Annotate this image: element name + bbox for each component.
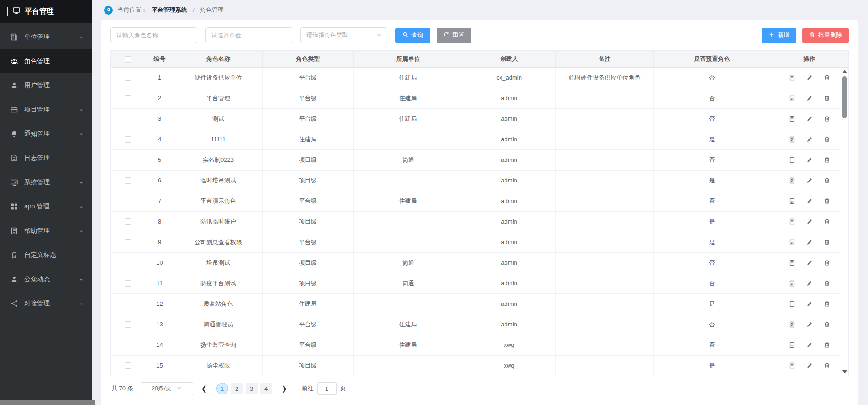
delete-button[interactable] xyxy=(818,74,836,81)
delete-button[interactable] xyxy=(818,135,836,143)
cell-unit: 住建局 xyxy=(353,314,463,335)
row-checkbox[interactable] xyxy=(125,136,131,143)
delete-button[interactable] xyxy=(818,156,836,163)
role-type-select[interactable]: 请选择角色类型 xyxy=(300,27,387,43)
view-button[interactable] xyxy=(784,279,801,287)
cell-role-name: 平台演示角色 xyxy=(174,191,262,211)
edit-button[interactable] xyxy=(801,94,818,101)
prev-page-button[interactable]: ❮ xyxy=(198,382,210,395)
reset-button[interactable]: 重置 xyxy=(437,28,471,43)
page-button-2[interactable]: 2 xyxy=(231,383,243,394)
delete-button[interactable] xyxy=(818,300,836,307)
view-button[interactable] xyxy=(784,259,801,266)
page-button-3[interactable]: 3 xyxy=(246,383,258,394)
goto-page-input[interactable] xyxy=(317,382,337,395)
row-checkbox[interactable] xyxy=(125,342,131,348)
row-checkbox[interactable] xyxy=(125,177,131,184)
users-icon xyxy=(10,57,18,65)
delete-button[interactable] xyxy=(818,218,836,225)
sidebar-item-project-mgmt[interactable]: 项目管理 xyxy=(0,97,92,122)
edit-button[interactable] xyxy=(801,176,818,184)
edit-button[interactable] xyxy=(801,197,818,204)
sidebar-item-help-mgmt[interactable]: 帮助管理 xyxy=(0,218,92,243)
view-button[interactable] xyxy=(784,135,801,143)
vertical-scrollbar[interactable] xyxy=(841,68,848,376)
delete-button[interactable] xyxy=(818,362,836,369)
row-checkbox[interactable] xyxy=(125,95,131,101)
view-button[interactable] xyxy=(784,320,801,328)
view-button[interactable] xyxy=(784,176,801,184)
view-button[interactable] xyxy=(784,94,801,101)
delete-button[interactable] xyxy=(818,115,836,122)
row-checkbox[interactable] xyxy=(125,239,131,245)
edit-button[interactable] xyxy=(801,238,818,245)
view-button[interactable] xyxy=(784,156,801,163)
delete-button[interactable] xyxy=(818,176,836,184)
page-button-4[interactable]: 4 xyxy=(260,383,272,394)
delete-button[interactable] xyxy=(818,259,836,266)
view-button[interactable] xyxy=(784,218,801,225)
view-button[interactable] xyxy=(784,115,801,122)
page-button-1[interactable]: 1 xyxy=(216,383,228,394)
delete-button[interactable] xyxy=(818,279,836,287)
sidebar-item-notice-mgmt[interactable]: 通知管理 xyxy=(0,122,92,146)
caret-down-icon xyxy=(79,277,84,282)
sidebar-item-log-mgmt[interactable]: 日志管理 xyxy=(0,146,92,170)
delete-button[interactable] xyxy=(818,94,836,101)
edit-button[interactable] xyxy=(801,259,818,266)
sidebar-item-unit-mgmt[interactable]: 单位管理 xyxy=(0,25,92,49)
row-checkbox[interactable] xyxy=(125,116,131,122)
edit-button[interactable] xyxy=(801,341,818,348)
unit-select[interactable] xyxy=(205,27,292,43)
edit-button[interactable] xyxy=(801,74,818,81)
sidebar-item-custom-title[interactable]: 自定义标题 xyxy=(0,243,92,267)
row-checkbox[interactable] xyxy=(125,218,131,225)
row-checkbox[interactable] xyxy=(125,260,131,266)
view-button[interactable] xyxy=(784,341,801,348)
search-button[interactable]: 查询 xyxy=(395,28,430,43)
view-button[interactable] xyxy=(784,362,801,369)
row-checkbox[interactable] xyxy=(125,75,131,81)
role-name-input[interactable] xyxy=(110,27,197,43)
page-size-select[interactable]: 20条/页 xyxy=(141,382,193,395)
delete-button[interactable] xyxy=(818,341,836,348)
scroll-down-icon[interactable] xyxy=(842,370,847,373)
breadcrumb-root[interactable]: 平台管理系统 xyxy=(152,6,187,14)
edit-button[interactable] xyxy=(801,156,818,163)
view-button[interactable] xyxy=(784,74,801,81)
edit-button[interactable] xyxy=(801,115,818,122)
sidebar-item-role-mgmt[interactable]: 角色管理 xyxy=(0,49,92,73)
edit-button[interactable] xyxy=(801,300,818,307)
edit-button[interactable] xyxy=(801,218,818,225)
next-page-button[interactable]: ❯ xyxy=(278,382,291,395)
cell-creator: admin xyxy=(463,170,555,191)
edit-button[interactable] xyxy=(801,320,818,328)
delete-button[interactable] xyxy=(818,238,836,245)
select-all-checkbox[interactable] xyxy=(125,56,131,63)
row-checkbox[interactable] xyxy=(125,157,131,163)
row-checkbox[interactable] xyxy=(125,362,131,369)
cell-select xyxy=(111,88,145,108)
row-checkbox[interactable] xyxy=(125,321,131,328)
edit-button[interactable] xyxy=(801,362,818,369)
row-checkbox[interactable] xyxy=(125,301,131,307)
sidebar-item-public-activity[interactable]: 公众动态 xyxy=(0,267,92,291)
sidebar-item-user-mgmt[interactable]: 用户管理 xyxy=(0,73,92,97)
sidebar-item-system-mgmt[interactable]: 系统管理 xyxy=(0,170,92,194)
scrollbar-thumb[interactable] xyxy=(842,76,847,118)
view-button[interactable] xyxy=(784,197,801,204)
delete-button[interactable] xyxy=(818,320,836,328)
edit-button[interactable] xyxy=(801,279,818,287)
row-checkbox[interactable] xyxy=(125,280,131,287)
add-button[interactable]: 新增 xyxy=(762,28,796,43)
view-button[interactable] xyxy=(784,300,801,307)
sidebar-item-app-mgmt[interactable]: app 管理 xyxy=(0,194,92,218)
sidebar-item-integration-mgmt[interactable]: 对接管理 xyxy=(0,291,92,315)
view-button[interactable] xyxy=(784,238,801,245)
row-checkbox[interactable] xyxy=(125,198,131,204)
scroll-up-icon[interactable] xyxy=(842,70,847,73)
delete-button[interactable] xyxy=(818,197,836,204)
horizontal-scrollbar-thumb[interactable] xyxy=(0,400,95,405)
batch-delete-button[interactable]: 批量删除 xyxy=(802,28,849,43)
edit-button[interactable] xyxy=(801,135,818,143)
